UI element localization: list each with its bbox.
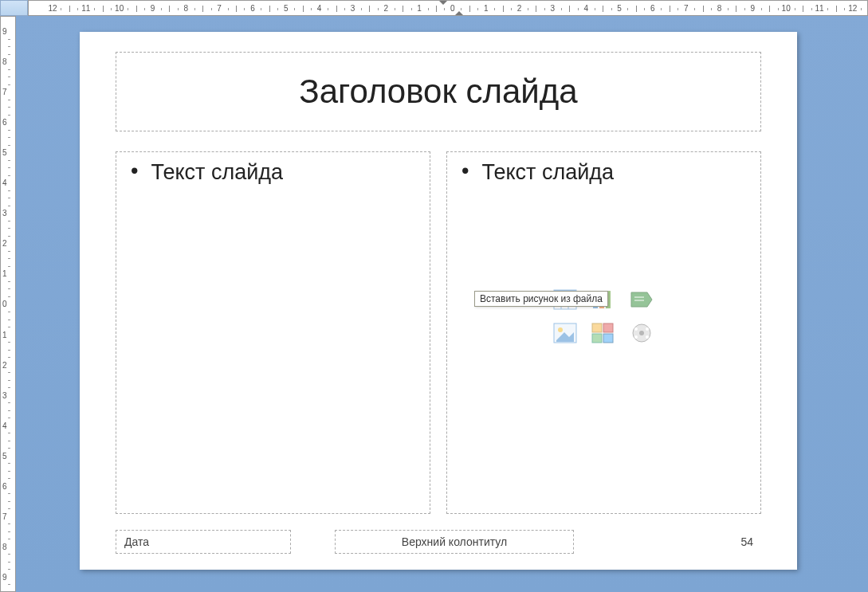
tooltip-text: Вставить рисунок из файла xyxy=(480,293,603,304)
title-placeholder[interactable]: Заголовок слайда xyxy=(116,52,761,131)
footer-date-text: Дата xyxy=(124,535,149,548)
bullet-text: Текст слайда xyxy=(151,160,283,185)
vertical-ruler[interactable]: 9876543210123456789 xyxy=(0,16,16,592)
svg-rect-16 xyxy=(603,323,613,332)
svg-point-24 xyxy=(646,335,649,339)
svg-rect-17 xyxy=(592,334,602,343)
svg-rect-15 xyxy=(592,323,602,332)
insert-media-icon[interactable] xyxy=(627,321,656,345)
svg-point-13 xyxy=(558,327,563,332)
left-content-placeholder[interactable]: Текст слайда xyxy=(116,151,430,514)
slide-canvas[interactable]: Заголовок слайда Текст слайда Текст слай… xyxy=(80,32,797,570)
svg-point-21 xyxy=(634,327,638,331)
footer-center-text: Верхний колонтитул xyxy=(402,535,507,548)
insert-picture-icon[interactable] xyxy=(551,321,579,345)
svg-rect-18 xyxy=(603,334,613,343)
bullet-text: Текст слайда xyxy=(481,160,614,185)
svg-point-23 xyxy=(634,335,638,339)
insert-clipart-icon[interactable] xyxy=(589,321,618,345)
bullet-item: Текст слайда xyxy=(131,160,415,185)
insert-smartart-icon[interactable] xyxy=(627,288,656,312)
title-text: Заголовок слайда xyxy=(299,73,577,111)
svg-marker-9 xyxy=(631,292,652,307)
ruler-corner xyxy=(0,0,28,16)
footer-page-text: 54 xyxy=(740,535,753,548)
horizontal-ruler[interactable]: 1211109876543210123456789101112 xyxy=(28,0,868,16)
footer-center-placeholder[interactable]: Верхний колонтитул xyxy=(335,530,574,554)
footer-date-placeholder[interactable]: Дата xyxy=(116,530,291,554)
bullet-item: Текст слайда xyxy=(461,160,746,185)
svg-point-22 xyxy=(646,327,649,331)
footer-page-number[interactable]: 54 xyxy=(618,530,761,554)
right-content-placeholder[interactable]: Текст слайда xyxy=(446,151,761,514)
tooltip: Вставить рисунок из файла xyxy=(474,291,608,307)
svg-point-20 xyxy=(639,331,644,335)
